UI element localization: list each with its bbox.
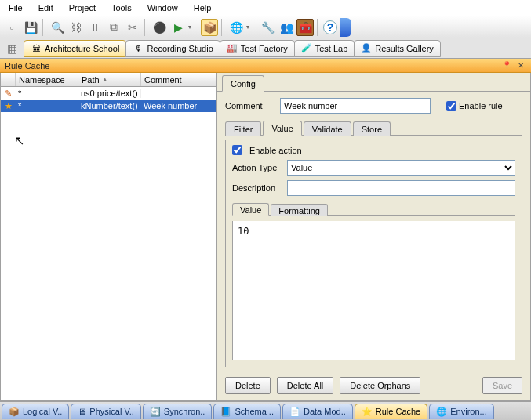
toolbar-sep-6 (317, 19, 320, 36)
value-tab-value[interactable]: Value (232, 203, 269, 216)
link-icon[interactable]: ⛓ (67, 19, 85, 36)
enable-rule-checkbox[interactable] (446, 101, 456, 111)
menu-edit[interactable]: Edit (31, 1, 60, 15)
value-textarea[interactable]: 10 (232, 221, 515, 360)
mic-icon: 🎙 (133, 43, 144, 54)
toolbar-overflow[interactable] (340, 18, 351, 37)
toolbar-sep-2 (144, 19, 147, 36)
toolbar: ▫ 💾 🔍 ⛓ ⏸ ⧉ ✂ ⚫ ▶ ▾ 📦 🌐 ▾ 🔧 👥 🧰 ? (0, 16, 531, 38)
monitor-icon: 🖥 (78, 407, 86, 416)
col-header-namespace[interactable]: Namespace (16, 73, 78, 86)
delete-orphans-button[interactable]: Delete Orphans (340, 377, 420, 394)
bottom-tab-synchron[interactable]: 🔄Synchron.. (143, 404, 213, 419)
panel-title: Rule Cache (5, 61, 49, 71)
perspective-architecture-school[interactable]: 🏛 Architecture School (24, 40, 126, 57)
value-tab-formatting[interactable]: Formatting (271, 204, 328, 216)
cell-namespace: * (16, 101, 78, 110)
cell-namespace: * (16, 89, 78, 98)
briefcase-icon[interactable]: 🧰 (296, 19, 314, 36)
panel-titlebar: Rule Cache 📍 ✕ (0, 59, 531, 73)
star-icon: ⭐ (362, 407, 373, 417)
enable-action-label: Enable action (249, 146, 302, 155)
description-input[interactable] (287, 180, 515, 196)
menubar: File Edit Project Tools Window Help (0, 0, 531, 16)
globe-icon[interactable]: 🌐 (227, 19, 245, 36)
building-icon: 🏛 (31, 43, 42, 54)
bottom-tab-data-mod[interactable]: 📄Data Mod.. (282, 404, 353, 419)
description-label: Description (232, 183, 282, 193)
action-type-label: Action Type (232, 163, 282, 172)
menu-file[interactable]: File (2, 1, 30, 15)
rule-subtabs: Filter Value Validate Store (225, 118, 522, 136)
perspective-label: Recording Studio (147, 44, 213, 53)
factory-icon: 🏭 (227, 43, 238, 54)
perspective-switcher-icon[interactable]: ▦ (3, 40, 20, 57)
bottom-tab-physical-view[interactable]: 🖥Physical V.. (71, 404, 140, 419)
toolbar-sep (42, 19, 45, 36)
globe-icon: 🌐 (436, 407, 447, 417)
record-icon[interactable]: ⚫ (151, 19, 168, 36)
delete-all-button[interactable]: Delete All (277, 377, 333, 394)
portrait-icon: 👤 (361, 43, 372, 54)
perspective-label: Test Lab (315, 44, 348, 53)
users-icon[interactable]: 👥 (278, 19, 295, 36)
rule-table: Namespace Path ▲ Comment ✎ * ns0:price/t… (0, 73, 217, 401)
new-icon[interactable]: ▫ (3, 19, 20, 36)
col-header-comment[interactable]: Comment (141, 73, 216, 86)
enable-action-checkbox[interactable] (232, 145, 242, 155)
perspective-test-factory[interactable]: 🏭 Test Factory (220, 40, 295, 57)
package-icon[interactable]: 📦 (201, 19, 218, 36)
save-icon[interactable]: 💾 (22, 19, 39, 36)
subtab-filter[interactable]: Filter (225, 121, 261, 136)
menu-window[interactable]: Window (140, 1, 185, 15)
perspective-results-gallery[interactable]: 👤 Results Gallery (354, 40, 441, 57)
menu-project[interactable]: Project (62, 1, 103, 15)
config-panel: Config Comment Enable rule Filter Value … (217, 73, 531, 401)
subtab-validate[interactable]: Validate (304, 121, 351, 136)
star-icon: ★ (5, 101, 13, 111)
cut-icon[interactable]: ✂ (124, 19, 141, 36)
comment-label: Comment (225, 101, 275, 110)
col-header-path[interactable]: Path ▲ (78, 73, 141, 86)
table-body: ✎ * ns0:price/text() ★ * kNumber/text() … (1, 87, 216, 400)
enable-rule-label: Enable rule (459, 101, 503, 110)
search-icon[interactable]: 🔍 (49, 19, 66, 36)
config-tabs: Config (217, 73, 530, 92)
book-icon: 📘 (220, 407, 231, 417)
menu-tools[interactable]: Tools (104, 1, 139, 15)
perspective-test-lab[interactable]: 🧪 Test Lab (294, 40, 355, 57)
subtab-store[interactable]: Store (353, 121, 391, 136)
bottom-tab-rule-cache[interactable]: ⭐Rule Cache (355, 404, 427, 419)
bottom-tab-logical-view[interactable]: 📦Logical V.. (2, 404, 69, 419)
col-header-icon[interactable] (1, 73, 16, 86)
table-row[interactable]: ★ * kNumber/text() Week number (1, 100, 216, 112)
sort-asc-icon: ▲ (102, 76, 108, 83)
bottom-tab-environ[interactable]: 🌐Environ... (429, 404, 493, 419)
perspective-recording-studio[interactable]: 🎙 Recording Studio (125, 40, 220, 57)
cube-icon: 📦 (9, 407, 20, 417)
cell-path: ns0:price/text() (78, 89, 141, 98)
help-icon[interactable]: ? (323, 20, 337, 34)
flask-icon: 🧪 (301, 43, 312, 54)
doc-icon: 📄 (289, 407, 300, 417)
enable-rule-toggle[interactable]: Enable rule (446, 101, 503, 111)
action-type-select[interactable]: Value (287, 160, 515, 176)
value-subtabs: Value Formatting (232, 201, 515, 216)
pin-icon[interactable]: 📍 (501, 60, 512, 71)
toolbar-sep-3 (195, 19, 198, 36)
tab-config[interactable]: Config (222, 75, 264, 92)
menu-help[interactable]: Help (187, 1, 219, 15)
enable-action-toggle[interactable]: Enable action (232, 145, 515, 155)
wrench-icon[interactable]: 🔧 (259, 19, 276, 36)
bottom-tab-schema[interactable]: 📘Schema .. (213, 404, 281, 419)
table-row[interactable]: ✎ * ns0:price/text() (1, 87, 216, 100)
pause-icon[interactable]: ⏸ (86, 19, 104, 36)
delete-button[interactable]: Delete (225, 377, 271, 394)
comment-input[interactable] (280, 98, 431, 114)
copy-icon[interactable]: ⧉ (105, 19, 122, 36)
play-icon[interactable]: ▶ (169, 19, 187, 36)
close-icon[interactable]: ✕ (515, 60, 526, 71)
subtab-value[interactable]: Value (263, 121, 301, 136)
button-row: Delete Delete All Delete Orphans Save (225, 372, 522, 394)
perspective-label: Test Factory (241, 44, 288, 53)
